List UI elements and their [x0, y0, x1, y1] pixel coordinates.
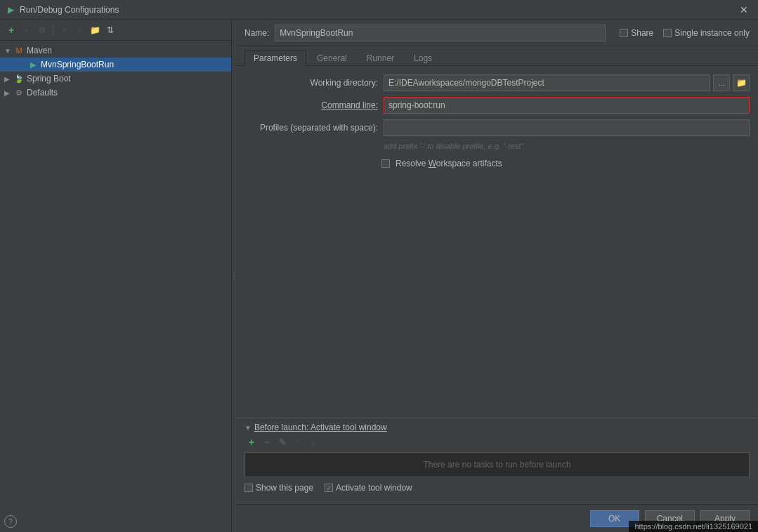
defaults-label: Defaults — [27, 88, 58, 98]
before-launch-header: ▼ Before launch: Activate tool window — [244, 423, 750, 432]
maven-arrow: ▼ — [4, 47, 11, 55]
before-launch-section: ▼ Before launch: Activate tool window + … — [236, 418, 758, 496]
before-launch-list: There are no tasks to run before launch — [244, 452, 750, 477]
tree-item-springboot[interactable]: ▶ 🍃 Spring Boot — [0, 72, 231, 86]
command-line-label: Command line: — [244, 100, 378, 110]
defaults-arrow: ▶ — [4, 89, 11, 97]
tab-parameters[interactable]: Parameters — [244, 50, 306, 66]
add-button[interactable]: + — [4, 23, 18, 37]
before-launch-add-button[interactable]: + — [244, 435, 259, 449]
remove-button[interactable]: − — [20, 23, 34, 37]
left-panel: + − ⧉ ↑ ↓ 📁 ⇅ ▼ M Maven ▶ MvnSpringBootR… — [0, 20, 232, 532]
tree-item-mvnspringbootrun[interactable]: ▶ MvnSpringBootRun — [0, 58, 231, 72]
before-launch-arrow[interactable]: ▼ — [244, 424, 251, 432]
title-bar-left: ▶ Run/Debug Configurations — [6, 5, 119, 15]
before-launch-moveup-button[interactable]: ↑ — [291, 435, 305, 449]
maven-icon: M — [14, 46, 24, 55]
copy-button[interactable]: ⧉ — [35, 23, 49, 37]
maven-label: Maven — [27, 46, 52, 55]
window-icon: ▶ — [6, 5, 15, 15]
tab-logs[interactable]: Logs — [405, 50, 441, 66]
workspace-text: W — [429, 159, 436, 168]
toolbar-separator-1 — [53, 25, 53, 36]
springboot-arrow: ▶ — [4, 75, 11, 83]
move-down-button[interactable]: ↓ — [72, 23, 86, 37]
right-panel: Name: Share Single instance only Paramet… — [236, 20, 758, 532]
profiles-input[interactable] — [384, 119, 750, 136]
share-area: Share Single instance only — [620, 28, 750, 38]
tree-item-maven[interactable]: ▼ M Maven — [0, 44, 231, 58]
close-button[interactable]: ✕ — [736, 3, 752, 17]
before-launch-remove-button[interactable]: − — [260, 435, 274, 449]
tab-runner[interactable]: Runner — [358, 50, 403, 66]
folder-button[interactable]: 📁 — [88, 23, 102, 37]
command-line-row: Command line: — [244, 97, 750, 114]
before-launch-edit-button[interactable]: ✎ — [275, 435, 289, 449]
springboot-icon: 🍃 — [14, 74, 24, 84]
spacer — [244, 174, 750, 412]
profiles-label: Profiles (separated with space): — [244, 123, 378, 133]
single-instance-checkbox-wrap: Single instance only — [663, 28, 750, 38]
main-layout: + − ⧉ ↑ ↓ 📁 ⇅ ▼ M Maven ▶ MvnSpringBootR… — [0, 20, 758, 532]
share-checkbox[interactable] — [620, 29, 628, 37]
url-bar: https://blog.csdn.net/li1325169021 — [629, 521, 758, 532]
browse-button[interactable]: ... — [713, 74, 730, 91]
single-instance-checkbox[interactable] — [663, 29, 672, 37]
springboot-label: Spring Boot — [27, 74, 71, 84]
tabs-row: Parameters General Runner Logs — [236, 46, 758, 66]
title-bar: ▶ Run/Debug Configurations ✕ — [0, 0, 758, 20]
working-directory-label: Working directory: — [244, 78, 378, 88]
move-up-button[interactable]: ↑ — [57, 23, 71, 37]
name-row: Name: Share Single instance only — [236, 20, 758, 46]
sort-button[interactable]: ⇅ — [103, 23, 117, 37]
left-bottom: ? — [0, 511, 231, 532]
show-page-checkbox[interactable] — [244, 484, 253, 492]
show-page-wrap: Show this page — [244, 483, 313, 493]
parameters-panel: Working directory: ... 📁 Command line: P… — [236, 66, 758, 504]
folder-browse-button[interactable]: 📁 — [733, 74, 750, 91]
profiles-hint-row: add prefix '-' to disable profile, e.g. … — [244, 142, 750, 150]
resolve-workspace-checkbox[interactable] — [381, 159, 390, 168]
before-launch-toolbar: + − ✎ ↑ ↓ — [244, 435, 750, 449]
help-button[interactable]: ? — [4, 515, 17, 528]
resolve-workspace-row: Resolve Workspace artifacts — [244, 159, 750, 168]
share-label: Share — [631, 28, 653, 38]
orkspace-text: orkspace artifacts — [436, 159, 502, 168]
before-launch-empty-message: There are no tasks to run before launch — [423, 460, 570, 470]
tab-general[interactable]: General — [308, 50, 356, 66]
before-launch-title: Before launch: Activate tool window — [254, 423, 387, 432]
window-title: Run/Debug Configurations — [20, 5, 119, 15]
resolve-workspace-label: Resolve Workspace artifacts — [396, 159, 502, 168]
left-toolbar: + − ⧉ ↑ ↓ 📁 ⇅ — [0, 20, 231, 41]
before-launch-movedown-button[interactable]: ↓ — [306, 435, 320, 449]
show-page-label: Show this page — [256, 483, 313, 493]
single-instance-label: Single instance only — [674, 28, 750, 38]
profiles-hint: add prefix '-' to disable profile, e.g. … — [384, 142, 523, 150]
configuration-tree: ▼ M Maven ▶ MvnSpringBootRun ▶ 🍃 Spring … — [0, 41, 231, 511]
name-input[interactable] — [275, 25, 606, 41]
tree-item-defaults[interactable]: ▶ ⚙ Defaults — [0, 86, 231, 100]
command-line-input[interactable] — [384, 97, 750, 114]
resolve-text: Resolve — [396, 159, 429, 168]
working-directory-input[interactable] — [384, 74, 710, 91]
name-label: Name: — [244, 28, 269, 38]
bottom-checkboxes: Show this page Activate tool window — [244, 477, 750, 496]
run-config-icon: ▶ — [28, 60, 38, 69]
working-directory-row: Working directory: ... 📁 — [244, 74, 750, 91]
defaults-icon: ⚙ — [14, 88, 24, 98]
activate-tool-wrap: Activate tool window — [325, 483, 412, 493]
activate-tool-label: Activate tool window — [336, 483, 412, 493]
share-checkbox-wrap: Share — [620, 28, 653, 38]
activate-tool-checkbox[interactable] — [325, 484, 333, 492]
profiles-row: Profiles (separated with space): — [244, 119, 750, 136]
working-directory-input-wrap: ... 📁 — [384, 74, 750, 91]
mvnspringbootrun-label: MvnSpringBootRun — [41, 60, 114, 69]
